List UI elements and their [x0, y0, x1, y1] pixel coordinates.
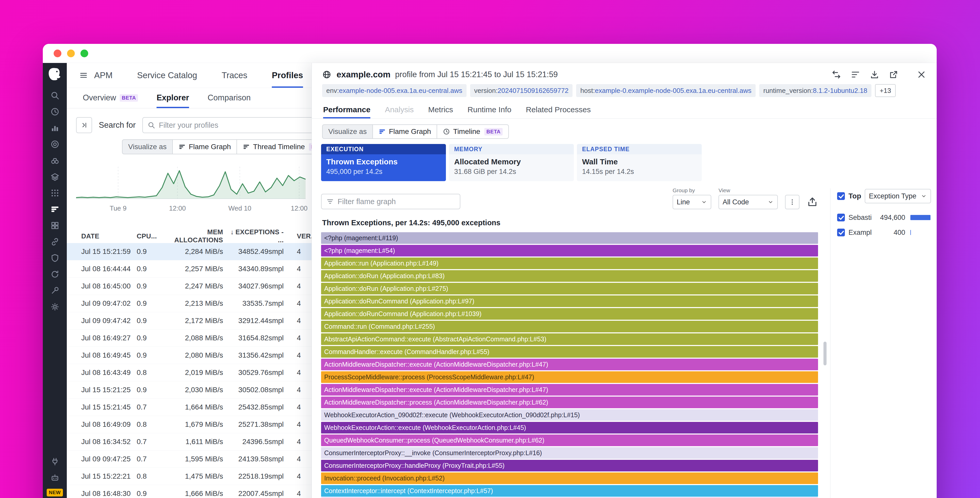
tag-env[interactable]: env:example-node-005.exa.1a.eu-central.a… — [322, 84, 466, 97]
flame-frame[interactable]: Application::doRunCommand (Application.p… — [321, 295, 818, 307]
nav-item-traces[interactable]: Traces — [221, 63, 247, 88]
top-checkbox[interactable] — [837, 192, 845, 200]
subnav-item-comparison[interactable]: Comparison — [208, 88, 251, 108]
nav-item-profiles[interactable]: Profiles — [272, 63, 303, 88]
flame-bars-icon[interactable] — [43, 201, 67, 217]
profile-row[interactable]: Jul 09 09:47:420.92,172 MiB/s32912.44smp… — [67, 312, 327, 329]
traffic-light-minimize[interactable] — [67, 49, 75, 57]
tab-performance[interactable]: Performance — [323, 102, 370, 118]
more-tags-badge[interactable]: +13 — [875, 84, 896, 97]
profile-row[interactable]: Jul 15 15:22:210.81,475 MiB/s22518.19smp… — [67, 468, 327, 485]
flame-frame[interactable]: Invocation::proceed (Invocation.php:L#52… — [321, 472, 818, 484]
list-icon[interactable] — [851, 70, 860, 80]
link-icon[interactable] — [43, 233, 67, 250]
legend-item-checkbox[interactable] — [837, 214, 845, 221]
nav-item-apm[interactable]: APM — [79, 63, 113, 88]
traffic-light-close[interactable] — [54, 49, 61, 57]
binoculars-icon[interactable] — [43, 152, 67, 169]
profile-row[interactable]: Jul 15 15:21:590.92,284 MiB/s34852.49smp… — [67, 243, 327, 260]
profile-row[interactable]: Jul 09 09:47:250.71,595 MiB/s24139.58smp… — [67, 450, 327, 468]
column-header-date[interactable]: DATE — [81, 232, 137, 240]
bar-chart-icon[interactable] — [43, 120, 67, 136]
tag-version[interactable]: version:2024071509162659772 — [470, 84, 573, 97]
subnav-item-explorer[interactable]: Explorer — [156, 88, 189, 108]
visualize-option-flame-graph[interactable]: Flame Graph — [373, 124, 437, 139]
flame-frame[interactable]: ConsumerInterceptorProxy::__invoke (Cons… — [321, 447, 818, 459]
sync-icon[interactable] — [43, 266, 67, 282]
close-icon[interactable] — [916, 70, 926, 80]
cubes-icon[interactable] — [43, 217, 67, 233]
profile-row[interactable]: Jul 15 15:21:450.71,664 MiB/s25432.85smp… — [67, 399, 327, 416]
flame-frame[interactable]: WebhookExecutorAction_090d02f::execute (… — [321, 409, 818, 421]
nav-item-service-catalog[interactable]: Service Catalog — [137, 63, 197, 88]
flame-frame[interactable]: WebhookExecutorAction::execute (WebhookE… — [321, 422, 818, 434]
flame-frame[interactable]: Application::doRun (Application.php:L#27… — [321, 283, 818, 294]
collapse-panel-button[interactable] — [76, 117, 92, 133]
target-icon[interactable] — [43, 136, 67, 152]
grid-dots-icon[interactable] — [43, 185, 67, 201]
flame-frame[interactable]: Application::run (Application.php:L#149) — [321, 257, 818, 269]
profiles-timeseries-chart[interactable]: Tue 912:00Wed 1012:00 — [76, 164, 305, 215]
flame-frame[interactable]: AbstractApiActionCommand::execute (Abstr… — [321, 334, 818, 345]
gear-icon[interactable] — [43, 298, 67, 315]
history-icon[interactable] — [43, 104, 67, 120]
column-header-exceptions[interactable]: ↓EXCEPTIONS - ... — [223, 228, 284, 244]
profile-row[interactable]: Jul 08 16:43:490.82,019 MiB/s30529.76smp… — [67, 364, 327, 381]
visualize-option-flame-graph[interactable]: Flame Graph — [173, 139, 237, 154]
legend-type-select[interactable]: Exception Type — [865, 189, 931, 203]
flame-frame[interactable]: <?php (magement:L#119) — [321, 232, 818, 244]
flame-frame[interactable]: CommandHandler::execute (CommandHandler.… — [321, 346, 818, 358]
metric-card-allocated-memory[interactable]: MEMORYAllocated Memory31.68 GiB per 14.2… — [449, 144, 574, 181]
flame-filter-input[interactable] — [337, 197, 455, 206]
shield-icon[interactable] — [43, 250, 67, 266]
subnav-item-overview[interactable]: OverviewBETA — [83, 88, 138, 108]
column-header-cpu[interactable]: CPU... — [137, 232, 166, 240]
tab-runtime-info[interactable]: Runtime Info — [468, 102, 511, 118]
search-icon[interactable] — [43, 87, 67, 104]
tab-related-processes[interactable]: Related Processes — [526, 102, 591, 118]
tag-runtime-version[interactable]: runtime_version:8.1.2-1ubuntu2.18 — [759, 84, 872, 97]
datadog-logo-icon[interactable] — [48, 67, 62, 81]
compare-icon[interactable] — [832, 70, 841, 80]
flame-frame[interactable]: Command::run (Command.php:L#255) — [321, 321, 818, 332]
flame-frame[interactable]: Application::doRunCommand (Application.p… — [321, 308, 818, 320]
profile-row[interactable]: Jul 08 16:49:090.81,679 MiB/s25271.38smp… — [67, 416, 327, 433]
profile-row[interactable]: Jul 08 16:45:000.92,247 MiB/s34027.96smp… — [67, 278, 327, 295]
view-select[interactable]: All Code — [719, 195, 778, 209]
flame-frame[interactable]: <?php (magement:L#54) — [321, 245, 818, 257]
download-icon[interactable] — [870, 70, 880, 80]
plug-icon[interactable] — [43, 457, 67, 466]
tab-metrics[interactable]: Metrics — [428, 102, 453, 118]
flame-frame[interactable]: ActionMiddlewareDispatcher::execute (Act… — [321, 359, 818, 370]
robot-icon[interactable] — [43, 473, 67, 482]
legend-item-checkbox[interactable] — [837, 228, 845, 236]
group-by-select[interactable]: Line — [673, 195, 711, 209]
metric-card-wall-time[interactable]: ELAPSED TIMEWall Time14.15s per 14.2s — [577, 144, 702, 181]
flame-frame[interactable]: ConsumerInterceptorProxy::handleProxy (P… — [321, 460, 818, 471]
flame-frame[interactable]: ProcessScopeMiddleware::process (Process… — [321, 371, 818, 383]
visualize-option-timeline[interactable]: TimelineBETA — [437, 124, 509, 139]
export-icon[interactable] — [807, 196, 818, 208]
flame-frame[interactable]: ActionMiddlewareDispatcher::execute (Act… — [321, 384, 818, 396]
flame-frame[interactable]: QueuedWebhookConsumer::process (QueuedWe… — [321, 434, 818, 446]
profile-row[interactable]: Jul 15 15:21:250.92,030 MiB/s30502.08smp… — [67, 381, 327, 399]
traffic-light-zoom[interactable] — [81, 49, 88, 57]
flame-frame[interactable]: Application::doRun (Application.php:L#83… — [321, 270, 818, 282]
tag-host[interactable]: host:example-0.example-node-005.exa.1a.e… — [576, 84, 756, 97]
profile-row[interactable]: Jul 08 16:48:300.91,666 MiB/s22007.45smp… — [67, 485, 327, 498]
flame-scrollbar[interactable] — [824, 342, 827, 366]
external-icon[interactable] — [889, 70, 899, 80]
flame-frame[interactable]: ActionMiddlewareDispatcher::process (Act… — [321, 397, 818, 408]
profile-row[interactable]: Jul 08 16:44:440.92,257 MiB/s34340.89smp… — [67, 260, 327, 278]
profile-row[interactable]: Jul 08 16:34:520.71,611 MiB/s24396.5smpl… — [67, 433, 327, 450]
metric-card-thrown-exceptions[interactable]: EXECUTIONThrown Exceptions495,000 per 14… — [321, 144, 446, 181]
flame-frame[interactable]: ContextInterceptor::intercept (ContextIn… — [321, 485, 818, 497]
more-options-button[interactable] — [785, 195, 799, 209]
column-header-mem-allocations[interactable]: MEM ALLOCATIONS — [166, 228, 223, 244]
tab-analysis[interactable]: Analysis — [385, 102, 414, 118]
wrench-icon[interactable] — [43, 282, 67, 298]
profile-row[interactable]: Jul 08 16:49:270.92,088 MiB/s31654.82smp… — [67, 329, 327, 347]
profile-row[interactable]: Jul 08 16:49:450.92,080 MiB/s31356.42smp… — [67, 347, 327, 364]
layers-icon[interactable] — [43, 169, 67, 185]
profile-row[interactable]: Jul 09 09:47:020.92,213 MiB/s33535.7smpl… — [67, 295, 327, 312]
